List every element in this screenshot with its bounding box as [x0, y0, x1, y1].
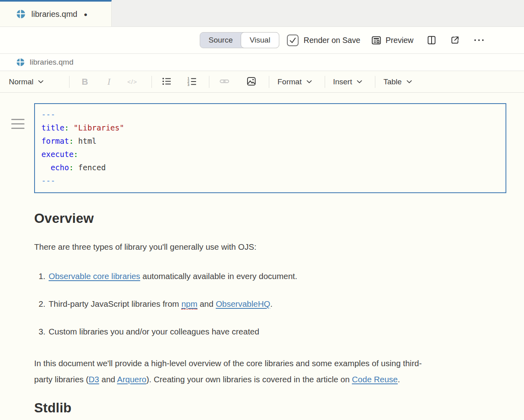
link-button[interactable] [219, 76, 230, 88]
chevron-down-icon [406, 78, 413, 85]
paragraph-style-dropdown[interactable]: Normal [9, 77, 44, 86]
yaml-front-matter-block[interactable]: ---title: "Libraries"format: htmlexecute… [34, 103, 506, 193]
numbered-list-button[interactable]: 1 2 3 [187, 76, 197, 88]
list-item-text: Third-party JavaScript libraries from np… [49, 299, 272, 309]
link-observable-core-libraries[interactable]: Observable core libraries [49, 271, 140, 281]
list-item: 3. Custom libraries you and/or your coll… [34, 326, 506, 337]
tab-title: libraries.qmd [31, 10, 77, 19]
chevron-down-icon [37, 78, 44, 85]
bullet-list-button[interactable] [162, 76, 172, 88]
format-toolbar: Normal B I </> 1 2 3 [0, 71, 524, 93]
yaml-line: title: "Libraries" [41, 121, 499, 135]
preview-button[interactable]: Preview [371, 35, 413, 46]
link-icon [219, 76, 230, 87]
yaml-line: execute: [41, 148, 499, 161]
tab-bar-empty-area [112, 0, 524, 27]
checkmark-icon [289, 37, 297, 44]
open-external-button[interactable] [450, 35, 460, 45]
list-number: 2. [34, 299, 45, 309]
toolbar-divider [325, 76, 325, 88]
source-mode-button[interactable]: Source [200, 33, 241, 48]
tab-libraries-qmd[interactable]: libraries.qmd ● [0, 0, 112, 27]
numbered-list-icon: 1 2 3 [187, 76, 197, 86]
spellcheck-underline: npm [181, 299, 197, 310]
insert-menu[interactable]: Insert [333, 77, 363, 86]
italic-button[interactable]: I [107, 77, 111, 87]
yaml-line: --- [41, 174, 499, 188]
inline-code-button[interactable]: </> [127, 78, 137, 85]
bullet-list-icon [162, 76, 172, 86]
quarto-icon [16, 58, 25, 67]
list-item: 1. Observable core libraries automatical… [34, 271, 506, 281]
list-number: 1. [34, 271, 45, 281]
ellipsis-icon [473, 35, 485, 45]
bold-button[interactable]: B [82, 77, 88, 87]
link-arquero[interactable]: Arquero [117, 375, 146, 384]
editor-area[interactable]: ---title: "Libraries"format: htmlexecute… [0, 103, 524, 416]
yaml-line: format: html [41, 135, 499, 148]
modified-dot-icon: ● [84, 11, 87, 17]
heading-overview: Overview [34, 211, 506, 226]
svg-text:3: 3 [188, 82, 190, 86]
toolbar-divider [151, 76, 152, 88]
format-menu[interactable]: Format [277, 77, 312, 86]
link-npm[interactable]: npm [181, 299, 197, 308]
preview-label: Preview [386, 36, 413, 45]
render-on-save-label: Render on Save [304, 36, 360, 45]
list-number: 3. [34, 326, 45, 337]
quarto-icon [16, 9, 26, 19]
heading-stdlib: Stdlib [34, 400, 506, 416]
toolbar-divider [375, 76, 375, 88]
link-observablehq[interactable]: ObservableHQ [216, 299, 270, 308]
toolbar-divider [269, 76, 269, 88]
list-item-text: Observable core libraries automatically … [49, 271, 297, 281]
visual-editor-window: libraries.qmd ● Source Visual Render on … [0, 0, 524, 420]
intro-paragraph: There are three types of library you'll … [34, 239, 506, 255]
yaml-line: echo: fenced [41, 161, 499, 174]
ordered-list: 1. Observable core libraries automatical… [34, 271, 506, 337]
more-options-button[interactable] [473, 35, 485, 45]
table-menu[interactable]: Table [383, 77, 412, 86]
visual-mode-button[interactable]: Visual [241, 32, 279, 48]
tab-bar: libraries.qmd ● [0, 0, 524, 27]
toolbar-divider [69, 76, 70, 88]
editor-toolbar: Source Visual Render on Save Preview [0, 27, 524, 54]
chevron-down-icon [306, 78, 313, 85]
toolbar-divider [209, 76, 209, 88]
render-on-save-checkbox[interactable] [287, 35, 299, 46]
split-pane-icon [426, 35, 437, 45]
image-icon [246, 76, 257, 87]
link-code-reuse[interactable]: Code Reuse [352, 375, 398, 384]
open-external-icon [450, 35, 460, 45]
chevron-down-icon [356, 78, 363, 85]
breadcrumb-file[interactable]: libraries.qmd [30, 58, 74, 67]
preview-icon [371, 35, 382, 46]
yaml-line: --- [41, 108, 499, 121]
list-item: 2. Third-party JavaScript libraries from… [34, 299, 506, 309]
paragraph-style-value: Normal [9, 77, 33, 86]
breadcrumb: libraries.qmd [0, 54, 524, 71]
image-button[interactable] [246, 76, 257, 88]
link-d3[interactable]: D3 [89, 375, 99, 384]
block-drag-handle[interactable] [11, 119, 25, 132]
split-pane-button[interactable] [426, 35, 437, 45]
mode-toggle: Source Visual [200, 32, 279, 48]
closing-paragraph: In this document we'll provide a high-le… [34, 355, 440, 387]
list-item-text: Custom libraries you and/or your colleag… [49, 326, 259, 337]
